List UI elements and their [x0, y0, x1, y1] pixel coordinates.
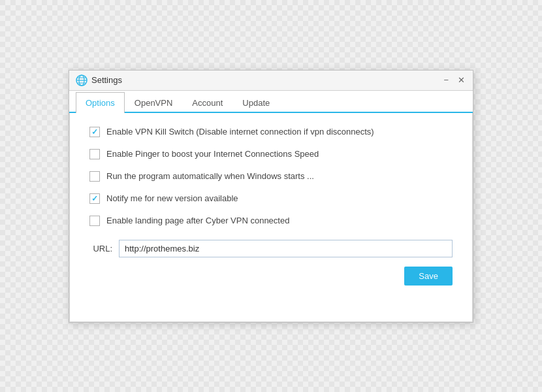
checkbox-row-landing-page: Enable landing page after Cyber VPN conn… [89, 215, 453, 227]
options-content: ✓ Enable VPN Kill Switch (Disable intern… [69, 113, 473, 322]
checkbox-landing-page[interactable] [89, 216, 100, 226]
checkmark-kill-switch: ✓ [91, 128, 98, 136]
url-label: URL: [89, 244, 112, 253]
tab-openvpn[interactable]: OpenVPN [125, 92, 183, 113]
settings-window: Settings − ✕ Options OpenVPN Account Upd… [69, 70, 473, 323]
checkbox-row-auto-start: Run the program automatically when Windo… [89, 171, 453, 182]
tab-bar: Options OpenVPN Account Update [69, 91, 473, 113]
checkmark-notify: ✓ [91, 195, 98, 203]
checkbox-row-kill-switch: ✓ Enable VPN Kill Switch (Disable intern… [89, 126, 453, 138]
close-button[interactable]: ✕ [456, 76, 466, 84]
window-title: Settings [91, 75, 122, 85]
minimize-button[interactable]: − [442, 76, 450, 84]
url-row: URL: [89, 240, 453, 257]
save-row: Save [89, 267, 453, 286]
title-bar-controls: − ✕ [442, 76, 466, 84]
checkbox-pinger[interactable] [89, 149, 100, 159]
title-bar-left: Settings [76, 74, 122, 86]
tab-options[interactable]: Options [76, 92, 125, 113]
checkbox-notify[interactable]: ✓ [89, 193, 100, 204]
label-kill-switch: Enable VPN Kill Switch (Disable internet… [106, 126, 374, 138]
label-auto-start: Run the program automatically when Windo… [106, 171, 314, 182]
label-pinger: Enable Pinger to boost your Internet Con… [106, 148, 319, 160]
tab-update[interactable]: Update [232, 92, 279, 113]
checkbox-row-pinger: Enable Pinger to boost your Internet Con… [89, 148, 453, 160]
title-bar: Settings − ✕ [69, 71, 473, 91]
label-notify: Notify me for new version available [106, 193, 238, 204]
checkbox-auto-start[interactable] [89, 171, 100, 182]
save-button[interactable]: Save [404, 267, 453, 286]
tab-account[interactable]: Account [182, 92, 232, 113]
globe-icon [76, 74, 88, 86]
url-input[interactable] [119, 240, 453, 257]
checkbox-row-notify: ✓ Notify me for new version available [89, 193, 453, 204]
checkbox-kill-switch[interactable]: ✓ [89, 127, 100, 137]
label-landing-page: Enable landing page after Cyber VPN conn… [106, 215, 289, 227]
